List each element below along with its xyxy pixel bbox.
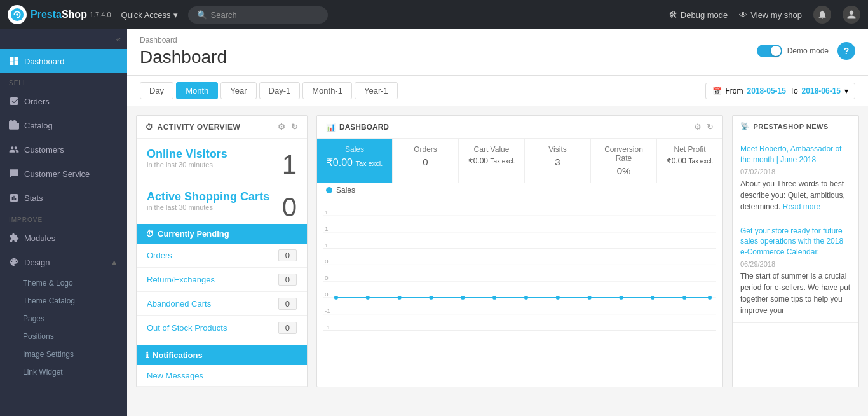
news-text-1: The start of summer is a crucial period …: [740, 270, 851, 316]
sidebar-item-customers[interactable]: Customers: [0, 137, 127, 162]
metric-cart-value[interactable]: Cart Value ₹0.00 Tax excl.: [459, 139, 525, 183]
dashboard-chart-panel: 📊 DASHBOARD ⚙ ↻ Sales ₹0.00 Tax excl.: [316, 115, 723, 387]
dashboard-content: ⏱ ACTIVITY OVERVIEW ⚙ ↻ Online Visitors …: [127, 106, 868, 396]
eye-icon: 👁: [739, 10, 747, 20]
sidebar-item-stats[interactable]: Stats: [0, 186, 127, 210]
notif-new-messages: New Messages: [137, 365, 307, 387]
pending-out-of-stock: Out of Stock Products 0: [137, 316, 307, 340]
chart-legend: Sales: [317, 183, 722, 197]
navbar-right: 🛠 Debug mode 👁 View my shop: [669, 6, 860, 24]
debug-mode-btn[interactable]: 🛠 Debug mode: [669, 10, 728, 20]
svg-text:0: 0: [325, 258, 329, 265]
filter-month-minus1-btn[interactable]: Month-1: [302, 82, 352, 99]
chart-metrics-row: Sales ₹0.00 Tax excl. Orders 0 Cart Valu…: [317, 139, 722, 183]
pending-abandoned-carts: Abandoned Carts 0: [137, 292, 307, 316]
notifications-bell-btn[interactable]: [813, 6, 831, 24]
sidebar-item-customer-service[interactable]: Customer Service: [0, 162, 127, 186]
svg-text:0: 0: [325, 274, 329, 281]
gear-icon[interactable]: ⚙: [278, 122, 286, 132]
sidebar-sub-image-settings[interactable]: Image Settings: [0, 345, 127, 363]
sidebar-collapse-btn[interactable]: «: [0, 29, 127, 49]
main-layout: « Dashboard SELL Orders Catalog Customer…: [0, 29, 868, 416]
legend-dot-sales: [326, 187, 332, 193]
svg-text:-1: -1: [325, 307, 330, 314]
news-title-0[interactable]: Meet Roberto, Ambassador of the month | …: [740, 144, 851, 165]
metric-sales[interactable]: Sales ₹0.00 Tax excl.: [317, 139, 393, 183]
activity-overview-panel: ⏱ ACTIVITY OVERVIEW ⚙ ↻ Online Visitors …: [136, 115, 308, 387]
sidebar-sub-positions[interactable]: Positions: [0, 328, 127, 345]
metric-visits[interactable]: Visits 3: [525, 139, 591, 183]
brand-logo: [8, 5, 27, 24]
filter-year-minus1-btn[interactable]: Year-1: [355, 82, 398, 99]
toggle-knob: [771, 46, 781, 56]
debug-icon: 🛠: [669, 10, 677, 20]
svg-text:0: 0: [325, 291, 329, 298]
sidebar-sub-theme-logo[interactable]: Theme & Logo: [0, 274, 127, 292]
svg-point-22: [461, 296, 465, 300]
chart-gear-icon[interactable]: ⚙: [694, 122, 702, 132]
clock-pending-icon: ⏱: [146, 229, 154, 239]
sidebar-sub-link-widget[interactable]: Link Widget: [0, 363, 127, 381]
search-input[interactable]: [211, 10, 319, 20]
svg-point-1: [16, 13, 18, 16]
clock-icon: ⏱: [146, 123, 154, 132]
view-my-shop-btn[interactable]: 👁 View my shop: [739, 10, 802, 20]
news-item-1: Get your store ready for future sales op…: [733, 219, 858, 323]
brand-name: PrestaShop: [31, 9, 87, 20]
chart-icon: 📊: [326, 123, 336, 132]
active-carts-stat: Active Shopping Carts in the last 30 min…: [137, 181, 307, 218]
filter-day-minus1-btn[interactable]: Day-1: [259, 82, 301, 99]
improve-section-label: IMPROVE: [0, 210, 127, 226]
activity-panel-header: ⏱ ACTIVITY OVERVIEW ⚙ ↻: [137, 116, 307, 139]
sidebar-item-orders[interactable]: Orders: [0, 89, 127, 113]
calendar-icon: 📅: [712, 87, 722, 95]
brand-version: 1.7.4.0: [90, 11, 111, 18]
svg-point-26: [588, 296, 592, 300]
top-navbar: PrestaShop 1.7.4.0 Quick Access ▾ 🔍 🛠 De…: [0, 0, 868, 29]
filter-day-btn[interactable]: Day: [140, 82, 173, 99]
help-button[interactable]: ?: [837, 42, 855, 60]
chart-refresh-icon[interactable]: ↻: [707, 122, 714, 132]
sidebar-item-dashboard[interactable]: Dashboard: [0, 49, 127, 73]
date-from: 2018-05-15: [747, 87, 786, 95]
metric-conversion-rate[interactable]: Conversion Rate 0%: [591, 139, 657, 183]
sidebar-sub-pages[interactable]: Pages: [0, 310, 127, 328]
sell-section-label: SELL: [0, 73, 127, 89]
notifications-header: ℹ Notifications: [137, 345, 307, 365]
refresh-icon[interactable]: ↻: [291, 122, 299, 132]
date-to: 2018-06-15: [802, 87, 841, 95]
news-text-0: About you Three words to best describe y…: [740, 178, 851, 212]
metric-net-profit[interactable]: Net Profit ₹0.00 Tax excl.: [657, 139, 722, 183]
online-visitors-stat: Online Visitors in the last 30 minutes 1: [137, 139, 307, 175]
sidebar-item-modules[interactable]: Modules: [0, 226, 127, 250]
date-range-picker[interactable]: 📅 From 2018-05-15 To 2018-06-15 ▾: [705, 83, 855, 99]
news-title-1[interactable]: Get your store ready for future sales op…: [740, 226, 851, 258]
dropdown-arrow-icon: ▾: [844, 87, 848, 95]
svg-point-20: [398, 296, 402, 300]
news-panel: 📡 PRESTASHOP NEWS Meet Roberto, Ambassad…: [732, 115, 859, 387]
svg-text:-1: -1: [325, 324, 330, 331]
filter-year-btn[interactable]: Year: [220, 82, 256, 99]
quick-access-menu[interactable]: Quick Access ▾: [121, 10, 178, 20]
pending-abandoned-carts-link[interactable]: Abandoned Carts: [147, 299, 211, 309]
pending-orders-link[interactable]: Orders: [147, 251, 172, 260]
breadcrumb: Dashboard: [140, 36, 227, 45]
demo-mode-toggle[interactable]: [757, 45, 782, 57]
chart-svg: 1 1 1 0 0 0 -1 -1: [323, 204, 716, 337]
notif-new-messages-link[interactable]: New Messages: [147, 371, 203, 380]
metric-orders[interactable]: Orders 0: [393, 139, 459, 183]
sidebar-item-design[interactable]: Design ▲: [0, 250, 127, 274]
read-more-0[interactable]: Read more: [783, 202, 820, 211]
chart-panel-header: 📊 DASHBOARD ⚙ ↻: [317, 116, 722, 139]
pending-returns-link[interactable]: Return/Exchanges: [147, 275, 215, 284]
pending-orders-count: 0: [278, 249, 297, 261]
sidebar-sub-theme-catalog[interactable]: Theme Catalog: [0, 292, 127, 310]
sidebar-item-catalog[interactable]: Catalog: [0, 113, 127, 137]
search-bar[interactable]: 🔍: [188, 6, 328, 24]
filter-bar: Day Month Year Day-1 Month-1 Year-1 📅 Fr…: [127, 76, 868, 106]
pending-abandoned-carts-count: 0: [278, 298, 297, 310]
filter-month-btn[interactable]: Month: [176, 82, 218, 99]
pending-out-of-stock-link[interactable]: Out of Stock Products: [147, 323, 227, 333]
user-avatar-btn[interactable]: [843, 6, 860, 24]
svg-point-29: [682, 296, 686, 300]
